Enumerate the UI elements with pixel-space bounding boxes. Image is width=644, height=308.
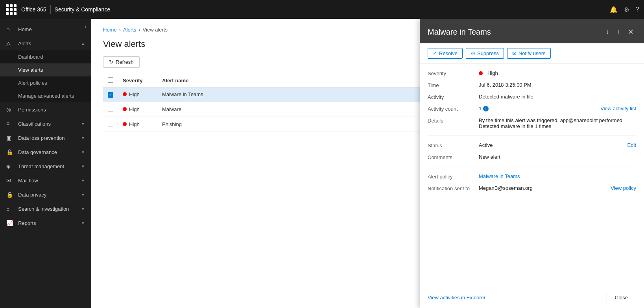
waffle-button[interactable] [5,3,17,16]
sidebar-item-mail-flow[interactable]: ✉ Mail flow ▼ [0,173,91,187]
search-investigation-icon: ⌕ [6,206,14,212]
notify-users-button[interactable]: ✉ Notify users [507,48,551,59]
suppress-button[interactable]: ⊘ Suppress [466,48,504,59]
severity-value: High [479,70,636,76]
sidebar-item-alerts[interactable]: △ Alerts ▲ [0,36,91,50]
comments-value: New alert [479,154,636,160]
view-alerts-label: View alerts [18,67,43,73]
header-checkbox-cell [103,74,118,87]
manage-advanced-alerts-label: Manage advanced alerts [18,93,74,99]
home-icon: ⌂ [6,26,14,32]
detail-row-activity: Activity Detected malware in file [428,94,636,100]
activity-label: Activity [428,94,479,100]
sidebar-item-data-governance[interactable]: 🔒 Data governance ▼ [0,145,91,159]
sidebar-permissions-label: Permissions [18,107,85,113]
view-policy-link[interactable]: View policy [611,185,636,191]
detail-title: Malware in Teams [428,28,603,37]
sidebar-item-view-alerts[interactable]: View alerts [0,63,91,76]
severity-indicator [479,71,483,75]
header-checkbox[interactable] [108,77,113,83]
settings-icon[interactable]: ⚙ [624,6,629,13]
breadcrumb-home[interactable]: Home [103,27,117,33]
data-governance-chevron-icon: ▼ [81,150,85,154]
sidebar-mail-flow-label: Mail flow [18,178,81,184]
severity-label: Severity [428,70,479,76]
view-activity-list-link[interactable]: View activity list [600,106,636,111]
data-governance-icon: 🔒 [6,149,14,155]
classifications-icon: ≡ [6,121,14,127]
close-button[interactable]: Close [607,292,636,303]
alerts-submenu: Dashboard View alerts Alert policies Man… [0,50,91,102]
breadcrumb-current: View alerts [143,27,168,33]
detail-row-comments: Comments New alert [428,154,636,160]
status-value: Active [479,142,627,148]
detail-footer: View activities in Explorer Close [420,287,644,308]
row3-checkbox-cell [103,117,118,132]
detail-close-button[interactable]: ✕ [626,27,636,37]
topbar-divider [50,5,51,14]
dlp-icon: ▣ [6,135,14,141]
detail-row-time: Time Jul 6, 2018 3:25:00 PM [428,82,636,88]
sidebar-item-home[interactable]: ⌂ Home [0,22,91,36]
sidebar-item-dashboard[interactable]: Dashboard [0,50,91,63]
row1-checkbox[interactable]: ✓ [108,92,113,98]
dashboard-label: Dashboard [18,54,43,60]
suppress-label: Suppress [477,50,499,56]
detail-row-status: Status Active Edit [428,142,636,148]
detail-body: Severity High Time Jul 6, 2018 3:25:00 P… [420,64,644,287]
sidebar-toggle[interactable]: ‹ [85,24,87,30]
breadcrumb-alerts[interactable]: Alerts [123,27,136,33]
comments-label: Comments [428,154,479,160]
sidebar-item-threat-management[interactable]: ◈ Threat management ▼ [0,159,91,173]
alert-policy-value[interactable]: Malware in Teams [479,173,636,179]
detail-row-notification: Notification sent to MeganB@soseman.org … [428,185,636,191]
sidebar-item-permissions[interactable]: ◎ Permissions [0,102,91,117]
notification-value: MeganB@soseman.org [479,185,611,191]
search-investigation-chevron-icon: ▼ [81,207,85,211]
row2-checkbox-cell [103,102,118,117]
detail-header: Malware in Teams ↓ ↑ ✕ [420,19,644,43]
sidebar-nav: ⌂ Home △ Alerts ▲ Dashboard View alerts … [0,19,91,230]
sidebar-classifications-label: Classifications [18,121,81,127]
sidebar-item-data-loss-prevention[interactable]: ▣ Data loss prevention ▼ [0,131,91,145]
notify-icon: ✉ [512,50,517,56]
activity-count-value: 1 i [479,106,600,111]
sidebar-item-manage-advanced-alerts[interactable]: Manage advanced alerts [0,89,91,102]
detail-actions-bar: ✓ Resolve ⊘ Suppress ✉ Notify users [420,43,644,64]
notification-icon[interactable]: 🔔 [610,6,618,13]
topbar-right-actions: 🔔 ⚙ ? [610,6,639,13]
info-icon[interactable]: i [483,106,489,111]
view-activities-in-explorer-link[interactable]: View activities in Explorer [428,295,485,301]
sidebar-item-data-privacy[interactable]: 🔒 Data privacy ▼ [0,187,91,202]
time-value: Jul 6, 2018 3:25:00 PM [479,82,636,88]
resolve-icon: ✓ [433,50,437,56]
refresh-button[interactable]: ↻ Refresh [103,56,140,68]
row2-checkbox[interactable] [108,106,113,111]
sidebar-item-search-investigation[interactable]: ⌕ Search & investigation ▼ [0,202,91,216]
threat-management-chevron-icon: ▼ [81,164,85,169]
reports-icon: 📈 [6,220,14,226]
sidebar-data-privacy-label: Data privacy [18,192,81,198]
alerts-chevron-icon: ▲ [81,41,85,46]
detail-prev-button[interactable]: ↓ [603,28,611,36]
refresh-label: Refresh [116,59,134,65]
sidebar-threat-management-label: Threat management [18,163,81,169]
sidebar-alerts-label: Alerts [18,41,81,46]
sidebar-home-label: Home [18,26,85,32]
sidebar-item-alert-policies[interactable]: Alert policies [0,76,91,89]
threat-management-icon: ◈ [6,163,14,169]
notify-users-label: Notify users [519,50,546,56]
alerts-icon: △ [6,40,14,46]
detail-row-severity: Severity High [428,70,636,76]
time-label: Time [428,82,479,88]
edit-link[interactable]: Edit [627,142,636,148]
sidebar-item-classifications[interactable]: ≡ Classifications ▼ [0,117,91,131]
sidebar-item-reports[interactable]: 📈 Reports ▼ [0,216,91,230]
row3-checkbox[interactable] [108,121,113,126]
classifications-chevron-icon: ▼ [81,122,85,126]
permissions-icon: ◎ [6,106,14,113]
help-icon[interactable]: ? [636,6,639,13]
row2-severity-dot [123,107,127,111]
resolve-button[interactable]: ✓ Resolve [428,48,463,59]
detail-next-button[interactable]: ↑ [614,28,622,36]
